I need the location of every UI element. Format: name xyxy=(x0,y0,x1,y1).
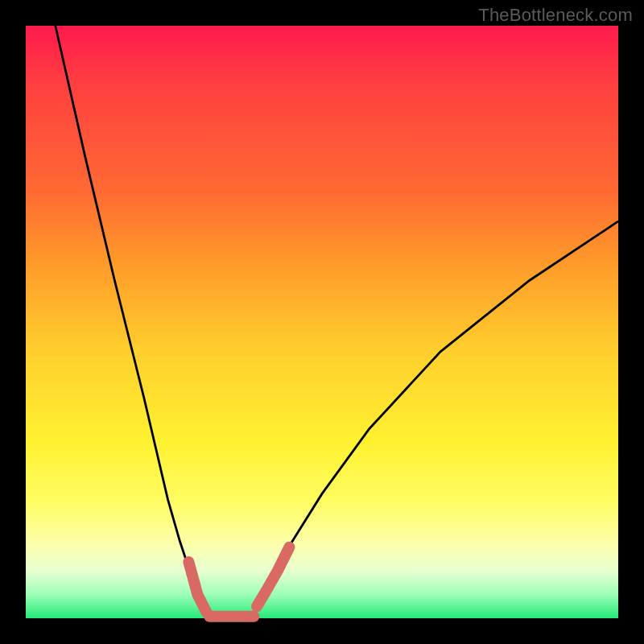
highlight-right xyxy=(257,547,290,607)
chart-frame: TheBottleneck.com xyxy=(0,0,644,644)
curve-left xyxy=(56,26,209,618)
plot-area xyxy=(26,26,618,618)
watermark-text: TheBottleneck.com xyxy=(478,5,633,26)
curve-layer xyxy=(26,26,618,618)
highlight-left xyxy=(188,562,206,613)
curve-right xyxy=(251,221,618,618)
